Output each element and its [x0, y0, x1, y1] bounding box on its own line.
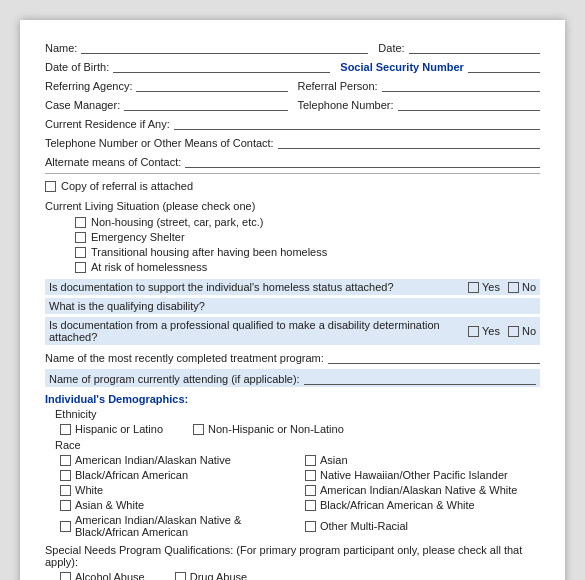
qualifying-disability-row: What is the qualifying disability?: [45, 298, 540, 314]
currently-attending-group: Name of program currently attending (if …: [49, 371, 536, 385]
homeless-no-checkbox[interactable]: [508, 282, 519, 293]
ethnicity-hispanic: Hispanic or Latino: [60, 423, 163, 435]
current-residence-row: Current Residence if Any:: [45, 116, 540, 130]
disability-no-label: No: [522, 325, 536, 337]
living-option-0-checkbox[interactable]: [75, 217, 86, 228]
date-field-group: Date:: [378, 40, 540, 54]
living-option-1-checkbox[interactable]: [75, 232, 86, 243]
race-black-white: Black/African American & White: [305, 499, 540, 511]
referral-person-input[interactable]: [382, 78, 540, 92]
qualifying-disability-text: What is the qualifying disability?: [49, 300, 205, 312]
alternate-means-group: Alternate means of Contact:: [45, 154, 540, 168]
question-homeless-text: Is documentation to support the individu…: [49, 281, 462, 293]
homeless-yes-label: Yes: [482, 281, 500, 293]
race-native-hawaiian-checkbox[interactable]: [305, 470, 316, 481]
currently-attending-input[interactable]: [304, 371, 536, 385]
question-homeless-row: Is documentation to support the individu…: [45, 279, 540, 295]
race-black-african-checkbox[interactable]: [60, 470, 71, 481]
case-manager-row: Case Manager: Telephone Number:: [45, 97, 540, 111]
race-american-indian-white: American Indian/Alaskan Native & White: [305, 484, 540, 496]
case-manager-group: Case Manager:: [45, 97, 288, 111]
race-black-african: Black/African American: [60, 469, 295, 481]
race-white-checkbox[interactable]: [60, 485, 71, 496]
ethnicity-non-hispanic: Non-Hispanic or Non-Latino: [193, 423, 344, 435]
copy-referral-checkbox[interactable]: [45, 181, 56, 192]
telephone-number-group: Telephone Number:: [298, 97, 541, 111]
race-american-indian-white-checkbox[interactable]: [305, 485, 316, 496]
demographics-label: Individual's Demographics:: [45, 393, 540, 405]
current-residence-group: Current Residence if Any:: [45, 116, 540, 130]
race-black-white-checkbox[interactable]: [305, 500, 316, 511]
homeless-yes-checkbox[interactable]: [468, 282, 479, 293]
special-needs-drug-label: Drug Abuse: [190, 571, 247, 580]
telephone-contact-group: Telephone Number or Other Means of Conta…: [45, 135, 540, 149]
living-situation-section: Current Living Situation (please check o…: [45, 200, 540, 273]
homeless-no-label: No: [522, 281, 536, 293]
current-residence-input[interactable]: [174, 116, 540, 130]
name-input[interactable]: [81, 40, 368, 54]
homeless-yes-item: Yes: [468, 281, 500, 293]
disability-yes-item: Yes: [468, 325, 500, 337]
living-option-3-checkbox[interactable]: [75, 262, 86, 273]
disability-no-item: No: [508, 325, 536, 337]
alternate-means-label: Alternate means of Contact:: [45, 156, 181, 168]
dob-field-group: Date of Birth:: [45, 59, 330, 73]
alternate-means-input[interactable]: [185, 154, 540, 168]
living-option-2: Transitional housing after having been h…: [75, 246, 540, 258]
race-asian-checkbox[interactable]: [305, 455, 316, 466]
race-asian-white: Asian & White: [60, 499, 295, 511]
special-needs-drug-checkbox[interactable]: [175, 572, 186, 581]
race-other-multiracial-checkbox[interactable]: [305, 521, 316, 532]
race-black-african-label: Black/African American: [75, 469, 188, 481]
disability-yes-checkbox[interactable]: [468, 326, 479, 337]
dob-label: Date of Birth:: [45, 61, 109, 73]
living-option-0-label: Non-housing (street, car, park, etc.): [91, 216, 263, 228]
currently-attending-row: Name of program currently attending (if …: [45, 369, 540, 387]
disability-no-checkbox[interactable]: [508, 326, 519, 337]
special-needs-label: Special Needs Program Qualifications: (F…: [45, 544, 540, 568]
telephone-contact-input[interactable]: [278, 135, 540, 149]
ethnicity-hispanic-label: Hispanic or Latino: [75, 423, 163, 435]
living-option-1-label: Emergency Shelter: [91, 231, 185, 243]
telephone-number-label: Telephone Number:: [298, 99, 394, 111]
race-asian-white-checkbox[interactable]: [60, 500, 71, 511]
race-american-indian-black: American Indian/Alaskan Native & Black/A…: [60, 514, 295, 538]
date-input[interactable]: [409, 40, 540, 54]
referring-agency-label: Referring Agency:: [45, 80, 132, 92]
race-american-indian-label: American Indian/Alaskan Native: [75, 454, 231, 466]
case-manager-input[interactable]: [124, 97, 287, 111]
demographics-section: Individual's Demographics: Ethnicity His…: [45, 393, 540, 538]
race-american-indian-checkbox[interactable]: [60, 455, 71, 466]
race-black-white-label: Black/African American & White: [320, 499, 475, 511]
ethnicity-hispanic-checkbox[interactable]: [60, 424, 71, 435]
homeless-no-item: No: [508, 281, 536, 293]
referring-agency-group: Referring Agency:: [45, 78, 288, 92]
telephone-number-input[interactable]: [398, 97, 540, 111]
name-date-row: Name: Date:: [45, 40, 540, 54]
ethnicity-options: Hispanic or Latino Non-Hispanic or Non-L…: [60, 423, 540, 435]
disability-determination-text: Is documentation from a professional qua…: [49, 319, 462, 343]
currently-attending-label: Name of program currently attending (if …: [49, 373, 300, 385]
living-option-2-checkbox[interactable]: [75, 247, 86, 258]
living-option-0: Non-housing (street, car, park, etc.): [75, 216, 540, 228]
homeless-yes-no: Yes No: [468, 281, 536, 293]
dob-ssn-row: Date of Birth: Social Security Number: [45, 59, 540, 73]
race-other-multiracial-label: Other Multi-Racial: [320, 520, 408, 532]
ssn-input[interactable]: [468, 59, 540, 73]
living-option-3: At risk of homelessness: [75, 261, 540, 273]
race-american-indian-black-checkbox[interactable]: [60, 521, 71, 532]
name-label: Name:: [45, 42, 77, 54]
referring-agency-input[interactable]: [136, 78, 287, 92]
race-asian-white-label: Asian & White: [75, 499, 144, 511]
dob-input[interactable]: [113, 59, 330, 73]
telephone-contact-label: Telephone Number or Other Means of Conta…: [45, 137, 274, 149]
race-options: American Indian/Alaskan Native Asian Bla…: [60, 454, 540, 538]
special-needs-alcohol-checkbox[interactable]: [60, 572, 71, 581]
living-option-1: Emergency Shelter: [75, 231, 540, 243]
disability-yes-no: Yes No: [468, 325, 536, 337]
date-label: Date:: [378, 42, 404, 54]
ethnicity-non-hispanic-checkbox[interactable]: [193, 424, 204, 435]
recently-completed-input[interactable]: [328, 350, 540, 364]
copy-referral-row: Copy of referral is attached: [45, 180, 540, 192]
race-asian-label: Asian: [320, 454, 348, 466]
